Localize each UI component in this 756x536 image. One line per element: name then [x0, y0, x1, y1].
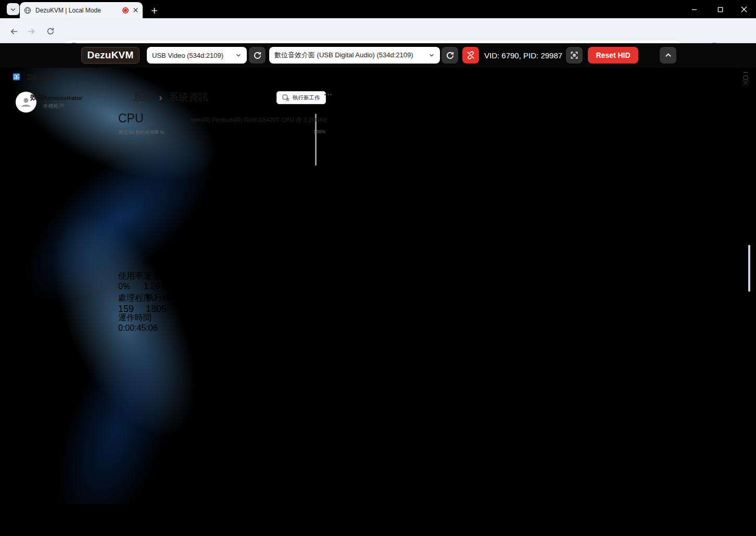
- window-maximize-button[interactable]: [712, 4, 728, 15]
- chevron-down-icon: [429, 52, 435, 58]
- fullscreen-button[interactable]: [566, 47, 583, 64]
- tab-close-icon[interactable]: [133, 7, 138, 13]
- plus-icon: [151, 7, 158, 14]
- stat-speed: 速度1.26 GHz: [144, 271, 179, 291]
- video-device-select[interactable]: USB Video (534d:2109): [147, 47, 247, 64]
- taskmgr-more-button[interactable]: [324, 94, 332, 95]
- back-button[interactable]: [6, 24, 20, 38]
- globe-favicon: [24, 7, 31, 14]
- taskmgr-scrollbar[interactable]: [748, 245, 750, 292]
- kvm-toolbar: DezuKVM USB Video (534d:2109) 數位音效介面 (US…: [0, 43, 756, 68]
- browser-tab[interactable]: DezuKVM | Local Mode: [20, 2, 143, 18]
- forward-button[interactable]: [25, 24, 39, 38]
- stat-uptime: 運作時間0:00:45:06: [118, 313, 158, 333]
- cpu-heading: CPU: [118, 111, 144, 126]
- disconnect-button[interactable]: [462, 47, 479, 64]
- taskmgr-minimize-button[interactable]: [743, 70, 748, 75]
- video-device-label: USB Video (534d:2109): [152, 52, 231, 59]
- video-refresh-button[interactable]: [249, 47, 266, 64]
- vid-pid-status: VID: 6790, PID: 29987: [484, 43, 562, 68]
- rename-pc-button[interactable]: 重新命名此電腦: [688, 72, 746, 83]
- reset-hid-button[interactable]: Reset HID: [588, 47, 638, 64]
- run-new-task-button[interactable]: 執行新工作: [276, 91, 326, 104]
- fullscreen-icon: [570, 51, 578, 59]
- breadcrumb: 系統 › 系統資訊: [133, 91, 208, 104]
- performance-page-title: 效能: [30, 93, 44, 102]
- wallpaper-petal: [32, 307, 202, 504]
- refresh-icon: [446, 51, 455, 60]
- collapse-toolbar-button[interactable]: [660, 47, 676, 64]
- audio-refresh-button[interactable]: [442, 47, 458, 64]
- graph-caption: 過去 60 秒的使用率 %: [118, 129, 165, 136]
- new-tab-button[interactable]: [148, 4, 160, 17]
- kvm-logo: DezuKVM: [81, 47, 140, 64]
- stat-threads: 執行緒1805: [146, 293, 171, 315]
- maximize-icon: [717, 7, 723, 13]
- account-name: Administrator: [43, 95, 82, 101]
- new-task-icon: [282, 94, 289, 101]
- taskmgr-close-button[interactable]: [743, 80, 748, 85]
- tab-search-button[interactable]: [7, 3, 19, 15]
- task-manager-window-controls: [743, 70, 748, 85]
- link-slash-icon: [466, 51, 475, 60]
- window-minimize-button[interactable]: [686, 4, 702, 15]
- tab-title: DezuKVM | Local Mode: [35, 7, 118, 14]
- chevron-down-icon: [235, 52, 242, 58]
- task-manager-title: 工作管理員: [26, 74, 55, 82]
- remote-desktop-viewport[interactable]: 本機 cpuz 02 向日葵の咲く場所... 彼方の破片 資源回收筒 UsbTr…: [5, 68, 751, 504]
- breadcrumb-root[interactable]: 系統: [133, 92, 153, 103]
- refresh-icon: [253, 51, 262, 60]
- audio-device-select[interactable]: 數位音效介面 (USB Digital Audio) (534d:2109): [269, 47, 440, 64]
- stat-usage: 使用率0%: [118, 271, 143, 291]
- run-new-task-label: 執行新工作: [293, 94, 320, 102]
- close-icon: [741, 6, 747, 13]
- forward-arrow-icon: [28, 27, 36, 36]
- reload-icon: [46, 27, 55, 35]
- breadcrumb-separator-icon: ›: [155, 92, 166, 103]
- window-close-button[interactable]: [736, 4, 752, 15]
- breadcrumb-page: 系統資訊: [169, 92, 208, 103]
- chevron-down-icon: [10, 6, 16, 13]
- back-arrow-icon: [9, 27, 18, 36]
- cpu-full-name: Intel(R) Pentium(R) Gold G5420T CPU @ 3.…: [182, 117, 327, 123]
- tab-recording-icon: [122, 7, 129, 14]
- taskmgr-maximize-button[interactable]: [743, 75, 748, 80]
- browser-toolbar: https://localhost:8443: [0, 18, 756, 43]
- reload-button[interactable]: [44, 24, 57, 38]
- browser-tabstrip: DezuKVM | Local Mode: [0, 0, 756, 18]
- graph-scale-label: 100%: [313, 129, 325, 134]
- account-type: 本機帳戶: [43, 103, 64, 110]
- cpu-details-block: 基本速度:3.19 GHz 插槽:1 核心數目:2 邏輯處理器:4 模擬:已啟用…: [201, 271, 272, 359]
- minimize-icon: [691, 7, 697, 13]
- chevron-up-icon: [664, 52, 672, 59]
- audio-device-label: 數位音效介面 (USB Digital Audio) (534d:2109): [274, 51, 424, 60]
- task-manager-app-icon: [12, 73, 20, 81]
